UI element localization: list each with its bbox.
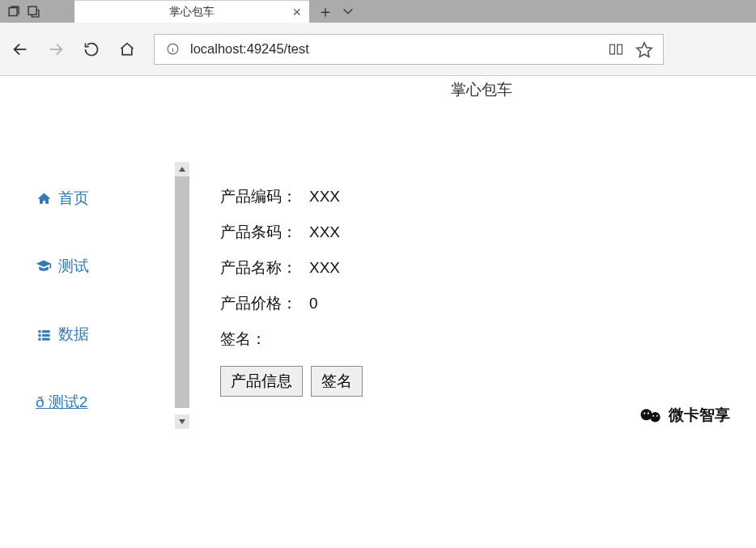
svg-marker-9 (637, 42, 652, 56)
tab-preview-icon[interactable] (26, 4, 40, 19)
page-title: 掌心包车 (206, 79, 756, 100)
field-signature: 签名： (220, 329, 363, 350)
svg-rect-0 (9, 7, 17, 15)
address-bar-right (608, 40, 663, 58)
sidebar: 首页 测试 数据 ð 测试2 (36, 162, 175, 458)
tab-extras: ＋ (309, 0, 355, 23)
tab-set-aside-icon[interactable] (6, 4, 21, 19)
home-nav-icon[interactable] (118, 40, 136, 58)
field-label: 产品编码： (220, 186, 309, 207)
product-info-button[interactable]: 产品信息 (220, 366, 303, 397)
sidebar-item-label: 数据 (58, 324, 89, 345)
graduation-icon (36, 258, 52, 274)
field-value: 0 (309, 295, 318, 312)
svg-rect-15 (42, 338, 50, 340)
scroll-down-icon[interactable] (175, 414, 189, 429)
browser-toolbar (0, 23, 756, 76)
field-label: 产品价格： (220, 293, 309, 314)
wechat-icon (639, 407, 662, 423)
field-value: XXX (309, 223, 340, 241)
button-row: 产品信息 签名 (220, 366, 363, 397)
tabs-dropdown-icon[interactable] (342, 5, 355, 18)
sidebar-item-data[interactable]: 数据 (36, 322, 175, 346)
watermark-text: 微卡智享 (669, 405, 730, 426)
sidebar-item-test[interactable]: 测试 (36, 254, 175, 278)
forward-icon (47, 40, 65, 58)
browser-tab-title: 掌心包车 (169, 5, 214, 19)
sidebar-item-label: ð 测试2 (36, 392, 87, 413)
address-input[interactable] (190, 41, 608, 57)
svg-point-19 (650, 412, 660, 422)
new-tab-icon[interactable]: ＋ (317, 1, 333, 23)
svg-rect-10 (38, 329, 40, 332)
field-label: 签名： (220, 329, 309, 350)
list-icon (36, 326, 52, 342)
svg-point-21 (648, 413, 649, 414)
svg-marker-17 (179, 419, 185, 424)
tab-close-icon[interactable]: × (292, 4, 301, 21)
sidebar-scrollbar[interactable] (175, 162, 189, 429)
field-product-barcode: 产品条码： XXX (220, 222, 363, 243)
reading-view-icon[interactable] (608, 41, 624, 57)
svg-point-18 (641, 409, 652, 420)
svg-rect-12 (38, 333, 40, 336)
svg-point-23 (656, 415, 658, 417)
scroll-thumb[interactable] (175, 176, 189, 408)
field-label: 产品条码： (220, 222, 309, 243)
sign-button[interactable]: 签名 (311, 366, 363, 397)
browser-tab[interactable]: 掌心包车 × (74, 0, 309, 23)
back-icon[interactable] (11, 40, 29, 58)
svg-point-22 (652, 415, 654, 417)
field-value: XXX (309, 188, 340, 206)
field-label: 产品名称： (220, 257, 309, 278)
refresh-icon[interactable] (83, 40, 100, 58)
scroll-up-icon[interactable] (175, 162, 189, 176)
tab-tools (0, 0, 74, 23)
home-icon (36, 190, 52, 206)
sidebar-item-label: 测试 (58, 256, 89, 277)
svg-rect-11 (42, 329, 50, 332)
svg-rect-13 (42, 333, 50, 336)
page-content: 掌心包车 首页 测试 (0, 79, 756, 458)
scroll-track[interactable] (175, 176, 189, 414)
sidebar-item-home[interactable]: 首页 (36, 186, 175, 210)
field-product-code: 产品编码： XXX (220, 186, 363, 207)
favorite-icon[interactable] (635, 40, 653, 58)
browser-tab-bar: 掌心包车 × ＋ (0, 0, 756, 23)
watermark: 微卡智享 (639, 405, 730, 426)
field-value: XXX (309, 259, 340, 277)
sidebar-item-label: 首页 (58, 188, 89, 209)
sidebar-item-test2[interactable]: ð 测试2 (36, 390, 175, 414)
svg-point-20 (643, 413, 645, 414)
site-info-icon[interactable] (155, 42, 190, 56)
svg-rect-14 (38, 338, 40, 340)
main-content: 产品编码： XXX 产品条码： XXX 产品名称： XXX 产品价格： 0 签名… (220, 162, 363, 397)
field-product-name: 产品名称： XXX (220, 257, 363, 278)
svg-marker-16 (179, 167, 185, 172)
field-product-price: 产品价格： 0 (220, 293, 363, 314)
address-bar[interactable] (154, 34, 664, 65)
svg-rect-3 (28, 6, 36, 15)
